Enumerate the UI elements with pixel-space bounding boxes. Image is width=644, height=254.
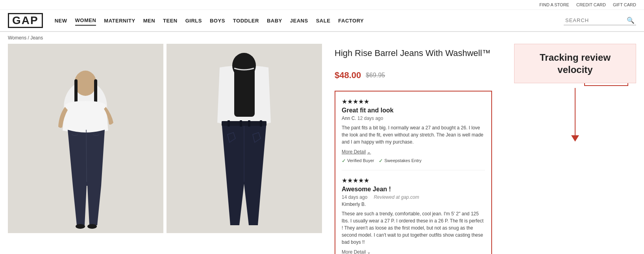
check-icon-2: ✓ (379, 158, 383, 164)
search-icon[interactable]: 🔍 (627, 17, 635, 24)
top-bar: FIND A STORE CREDIT CARD GIFT CARD (0, 0, 644, 10)
review-2-stars: ★★★★★ (342, 177, 485, 184)
review-1-date: 12 days ago (357, 116, 383, 121)
nav-sale[interactable]: SALE (316, 16, 331, 25)
price-sale: $48.00 (335, 70, 361, 80)
review-2-reviewed-at: Reviewed at gap.com (374, 194, 419, 200)
svg-line-6 (86, 130, 87, 182)
search-box[interactable]: 🔍 (564, 16, 636, 25)
nav-girls[interactable]: GIRLS (185, 16, 202, 25)
review-1-stars: ★★★★★ (342, 98, 485, 105)
review-item: ★★★★★ Great fit and look Ann C. 12 days … (342, 98, 485, 170)
main-nav: GAP NEW WOMEN MATERNITY MEN TEEN GIRLS B… (0, 10, 644, 32)
arrow-line (575, 88, 576, 135)
review-1-badge-sweepstakes: ✓ Sweepstakes Entry (379, 158, 421, 164)
chevron-down-icon: ⌄ (367, 149, 371, 155)
annotation-arrow (514, 86, 636, 143)
review-item-2: ★★★★★ Awesome Jean ! 14 days ago Reviewe… (342, 177, 485, 254)
nav-women[interactable]: WOMEN (75, 16, 96, 26)
nav-jeans[interactable]: JEANS (290, 16, 308, 25)
gift-card-link[interactable]: GIFT CARD (613, 2, 636, 7)
review-2-body: These are such a trendy, comfortable, co… (342, 210, 485, 246)
nav-teen[interactable]: TEEN (163, 16, 178, 25)
annotation-area: Tracking review velocity (514, 44, 636, 143)
nav-maternity[interactable]: MATERNITY (104, 16, 135, 25)
breadcrumb: Womens / Jeans (0, 32, 644, 44)
nav-baby[interactable]: BABY (267, 16, 282, 25)
check-icon: ✓ (342, 158, 346, 164)
logo[interactable]: GAP (8, 13, 43, 28)
product-image-back (167, 44, 322, 233)
reviews-section: ★★★★★ Great fit and look Ann C. 12 days … (335, 91, 492, 254)
svg-rect-17 (260, 120, 262, 127)
search-input[interactable] (565, 17, 624, 23)
product-image-front (8, 44, 163, 233)
review-1-badges: ✓ Verified Buyer ✓ Sweepstakes Entry (342, 158, 485, 164)
svg-rect-16 (248, 120, 250, 127)
review-1-badge-verified: ✓ Verified Buyer (342, 158, 374, 164)
annotation-callout: Tracking review velocity (514, 44, 636, 83)
nav-men[interactable]: MEN (143, 16, 155, 25)
review-2-meta-row: 14 days ago Reviewed at gap.com (342, 194, 485, 200)
main-content: High Rise Barrel Jeans With Washwell™ $4… (0, 44, 644, 254)
review-2-reviewer-name: Kimberly B. (342, 202, 485, 207)
svg-point-11 (232, 53, 256, 78)
right-panel: High Rise Barrel Jeans With Washwell™ $4… (331, 44, 636, 254)
nav-boys[interactable]: BOYS (210, 16, 225, 25)
product-and-annotation: High Rise Barrel Jeans With Washwell™ $4… (331, 44, 636, 254)
svg-point-8 (87, 224, 97, 229)
svg-point-7 (76, 224, 85, 229)
review-2-title: Awesome Jean ! (342, 186, 485, 193)
nav-factory[interactable]: FACTORY (338, 16, 364, 25)
review-2-date: 14 days ago (342, 194, 367, 200)
svg-rect-15 (240, 120, 242, 127)
review-1-reviewer: Ann C. (342, 116, 356, 121)
review-2-more-detail[interactable]: More Detail ⌄ (342, 249, 371, 254)
review-1-meta: Ann C. 12 days ago (342, 116, 485, 121)
review-1-title: Great fit and look (342, 107, 485, 114)
arrow-head (571, 135, 579, 142)
svg-point-3 (74, 71, 96, 96)
find-store-link[interactable]: FIND A STORE (539, 2, 569, 7)
svg-rect-14 (228, 120, 230, 127)
review-1-body: The pant fits a bit big. I normally wear… (342, 124, 485, 146)
credit-card-link[interactable]: CREDIT CARD (576, 2, 606, 7)
nav-toddler[interactable]: TODDLER (233, 16, 259, 25)
review-1-more-detail[interactable]: More Detail ⌄ (342, 149, 371, 155)
price-original: $69.95 (366, 72, 385, 79)
nav-links: NEW WOMEN MATERNITY MEN TEEN GIRLS BOYS … (55, 16, 564, 26)
product-images (8, 44, 331, 254)
nav-new[interactable]: NEW (55, 16, 67, 25)
chevron-down-icon-2: ⌄ (367, 249, 371, 254)
